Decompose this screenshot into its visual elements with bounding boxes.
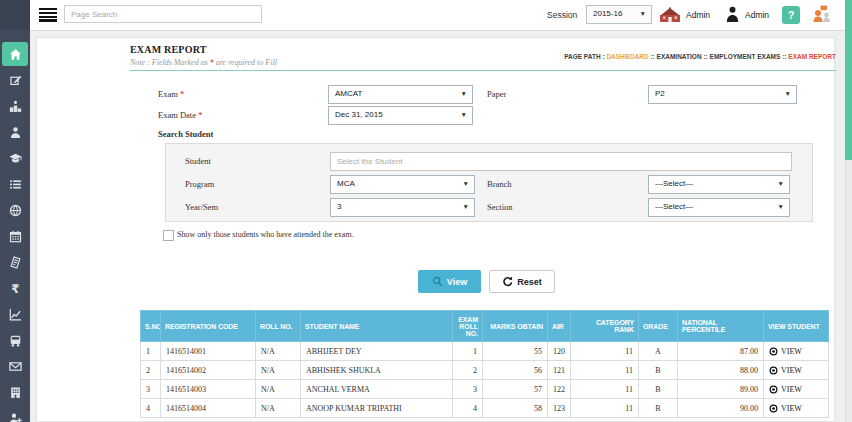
header-divider bbox=[130, 70, 836, 71]
breadcrumb-segment[interactable]: EMPLOYMENT EXAMS bbox=[710, 53, 781, 60]
table-cell: 1416514004 bbox=[161, 399, 256, 418]
view-student-link[interactable]: VIEW bbox=[769, 366, 823, 375]
table-cell: 11 bbox=[571, 380, 639, 399]
table-cell: 11 bbox=[571, 342, 639, 361]
table-cell: 4 bbox=[141, 399, 161, 418]
page-scrollbar-thumb[interactable] bbox=[845, 0, 852, 160]
sidebar-nav: ₹ bbox=[0, 30, 30, 422]
add-person-icon bbox=[9, 412, 22, 422]
user-admin-label[interactable]: Admin bbox=[745, 10, 769, 20]
sidebar-item-person[interactable] bbox=[2, 120, 28, 144]
exam-date-select[interactable]: Dec 31, 2015 ▼ bbox=[328, 106, 473, 125]
table-cell: 88.00 bbox=[678, 361, 764, 380]
table-cell: VIEW bbox=[764, 380, 829, 399]
graduation-cap-icon bbox=[9, 152, 22, 165]
student-input[interactable] bbox=[330, 152, 792, 171]
hamburger-menu-icon[interactable] bbox=[39, 8, 57, 22]
session-label: Session bbox=[547, 10, 577, 20]
program-select[interactable]: MCA ▼ bbox=[330, 175, 475, 194]
table-cell: 11 bbox=[571, 399, 639, 418]
table-row: 11416514001N/AABHIJEET DEY15512011A87.00… bbox=[141, 342, 829, 361]
sidebar-item-rupee[interactable]: ₹ bbox=[2, 276, 28, 300]
breadcrumb-segment[interactable]: EXAM REPORT bbox=[788, 53, 836, 60]
sidebar-item-podium[interactable] bbox=[2, 94, 28, 118]
table-cell: ANCHAL VERMA bbox=[301, 380, 453, 399]
chevron-down-icon: ▼ bbox=[785, 90, 791, 97]
view-student-link[interactable]: VIEW bbox=[769, 347, 823, 356]
sidebar-item-edit[interactable] bbox=[2, 68, 28, 92]
school-icon[interactable] bbox=[659, 7, 681, 27]
online-users-icon[interactable] bbox=[812, 5, 832, 28]
sidebar-item-mail[interactable] bbox=[2, 354, 28, 378]
column-header: STUDENT NAME bbox=[301, 311, 453, 342]
view-student-link[interactable]: VIEW bbox=[769, 404, 823, 413]
sidebar-item-list[interactable] bbox=[2, 172, 28, 196]
eye-icon bbox=[769, 385, 778, 394]
page-search-input[interactable] bbox=[64, 5, 262, 23]
exam-select[interactable]: AMCAT ▼ bbox=[328, 85, 473, 104]
table-cell: 55 bbox=[483, 342, 548, 361]
student-label: Student bbox=[185, 156, 211, 166]
table-cell: A bbox=[639, 342, 678, 361]
paper-select[interactable]: P2 ▼ bbox=[648, 85, 797, 104]
breadcrumb-segment[interactable]: EXAMINATION bbox=[657, 53, 702, 60]
yearsem-select[interactable]: 3 ▼ bbox=[330, 198, 475, 217]
column-header: ROLL NO. bbox=[256, 311, 301, 342]
table-cell: 11 bbox=[571, 361, 639, 380]
search-student-heading: Search Student bbox=[158, 129, 213, 139]
help-button[interactable]: ? bbox=[782, 6, 800, 24]
table-cell: 1 bbox=[453, 342, 483, 361]
column-header: S.NO. bbox=[141, 311, 161, 342]
table-cell: N/A bbox=[256, 342, 301, 361]
breadcrumb-label: PAGE PATH : bbox=[564, 53, 604, 60]
table-cell: 122 bbox=[548, 380, 571, 399]
table-cell: 123 bbox=[548, 399, 571, 418]
chevron-down-icon: ▼ bbox=[463, 203, 469, 210]
user-icon[interactable] bbox=[726, 6, 739, 27]
chevron-down-icon: ▼ bbox=[640, 10, 646, 17]
section-label: Section bbox=[487, 202, 513, 212]
breadcrumb-segment[interactable]: DASHBOARD bbox=[606, 53, 648, 60]
column-header: MARKS OBTAIN bbox=[483, 311, 548, 342]
sidebar-item-calendar[interactable] bbox=[2, 224, 28, 248]
sidebar-item-building[interactable] bbox=[2, 380, 28, 404]
table-cell: VIEW bbox=[764, 399, 829, 418]
table-row: 41416514004N/AANOOP KUMAR TRIPATHI458123… bbox=[141, 399, 829, 418]
table-cell: N/A bbox=[256, 399, 301, 418]
sidebar-item-graduation-cap[interactable] bbox=[2, 146, 28, 170]
mail-icon bbox=[9, 360, 22, 373]
exam-date-label: Exam Date * bbox=[158, 110, 202, 120]
attended-only-checkbox[interactable] bbox=[163, 230, 174, 241]
sidebar-item-bus[interactable] bbox=[2, 328, 28, 352]
eye-icon bbox=[769, 366, 778, 375]
table-header-row: S.NO.REGISTRATION CODEROLL NO.STUDENT NA… bbox=[141, 311, 829, 342]
sidebar-item-add-person[interactable] bbox=[2, 406, 28, 422]
rupee-icon: ₹ bbox=[9, 282, 22, 295]
table-cell: 1 bbox=[141, 342, 161, 361]
section-select[interactable]: ---Select--- ▼ bbox=[648, 198, 790, 217]
table-cell: 87.00 bbox=[678, 342, 764, 361]
sidebar-item-chart[interactable] bbox=[2, 302, 28, 326]
view-student-link[interactable]: VIEW bbox=[769, 385, 823, 394]
sidebar-item-receipt[interactable] bbox=[2, 250, 28, 274]
session-select[interactable]: 2015-16 ▼ bbox=[586, 5, 652, 24]
sidebar-item-home[interactable] bbox=[2, 42, 28, 66]
column-header: GRADE bbox=[639, 311, 678, 342]
school-admin-label[interactable]: Admin bbox=[686, 10, 710, 20]
view-button[interactable]: View bbox=[418, 270, 481, 293]
table-cell: 1416514001 bbox=[161, 342, 256, 361]
column-header: AIR bbox=[548, 311, 571, 342]
sidebar-item-globe[interactable] bbox=[2, 198, 28, 222]
table-cell: 2 bbox=[141, 361, 161, 380]
reset-button[interactable]: Reset bbox=[489, 270, 555, 293]
edit-icon bbox=[9, 74, 22, 87]
table-cell: 56 bbox=[483, 361, 548, 380]
column-header: CATEGORY RANK bbox=[571, 311, 639, 342]
program-label: Program bbox=[185, 179, 214, 189]
chevron-down-icon: ▼ bbox=[461, 90, 467, 97]
search-icon bbox=[432, 276, 443, 287]
person-icon bbox=[9, 126, 22, 139]
app-logo bbox=[0, 0, 30, 30]
chart-icon bbox=[9, 308, 22, 321]
branch-select[interactable]: ---Select--- ▼ bbox=[648, 175, 790, 194]
